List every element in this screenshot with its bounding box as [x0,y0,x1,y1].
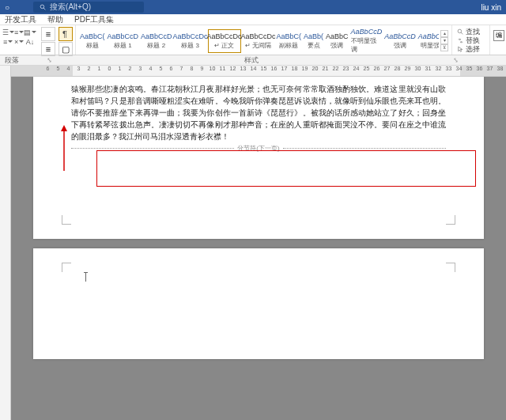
sort-icon[interactable]: A↓ [25,37,35,46]
user-name[interactable]: liu xin [481,3,506,12]
style-item-0[interactable]: AaBbC(标题 [79,29,106,53]
search-box[interactable]: 搜索(Alt+Q) [33,2,144,13]
style-item-5[interactable]: AaBbCcDc↵ 无间隔 [242,29,275,53]
select-icon [457,46,464,53]
svg-point-3 [458,29,462,33]
gallery-up-icon[interactable]: ▴ [440,30,448,37]
style-item-3[interactable]: AaBbCcDc标题 3 [174,29,207,53]
styles-dialog-launcher[interactable]: ⤡ [451,56,459,64]
vertical-ruler[interactable] [0,66,11,420]
annotation-red-box [96,150,476,187]
style-item-10[interactable]: AaBbCcD强调 [383,29,417,53]
style-item-7[interactable]: AaBb(要点 [303,29,324,53]
page-1[interactable]: 猿猴那些悲凄的哀鸣。春江花朝秋江月夜那样好光景；也无可奈何常常取酒独酌独饮。难道… [33,77,484,239]
style-item-1[interactable]: AaBbCcD标题 1 [107,29,140,53]
find-icon [457,28,464,36]
numbering-icon[interactable]: ≡ [14,28,24,36]
ribbon-group-labels: 段落 ⤡ 样式 ⤡ [0,55,506,66]
styles-group-label: 样式 [52,55,451,66]
indent-left-icon[interactable]: ≡ [41,27,55,41]
style-item-6[interactable]: AaBbC(副标题 [276,29,303,53]
margin-mark-br [446,215,455,225]
horizontal-ruler[interactable]: 6543210123456789101112131415161718192021… [11,66,506,77]
tab-help[interactable]: 帮助 [47,14,63,25]
gallery-scroll[interactable]: ▴ ▾ ⊻ [440,30,448,51]
style-item-9[interactable]: AaBbCcD不明显强调 [350,29,383,53]
gallery-down-icon[interactable]: ▾ [440,37,448,44]
title-bar: ○ 搜索(Alt+Q) liu xin [0,0,506,14]
pilcrow-icon: ¶ [61,29,70,39]
svg-line-4 [461,32,463,34]
svg-point-0 [40,5,44,9]
paragraph-dialog-launcher[interactable]: ⤡ [44,56,52,64]
gallery-more-icon[interactable]: ⊻ [440,44,448,51]
tab-pdf[interactable]: PDF工具集 [74,14,114,25]
page-scroll[interactable]: 猿猴那些悲凄的哀鸣。春江花朝秋江月夜那样好光景；也无可奈何常常取酒独酌独饮。难道… [11,77,506,420]
margin-mark-bl [62,215,71,225]
svg-line-1 [43,8,45,9]
replace-icon [457,37,464,44]
margin-mark-tr [446,263,455,272]
editor-icon[interactable]: 编 [493,30,504,41]
autosave-icon[interactable]: ○ [5,3,9,12]
multilevel-icon[interactable]: ▤ [25,28,35,36]
align-icon[interactable]: ≡ [3,37,13,46]
text-cursor [85,272,90,282]
paragraph-group-label: 段落 [0,55,44,66]
select-button[interactable]: 选择 [457,45,485,54]
ribbon: ☰ ≡ ▤ ≡ × A↓ ≡ ¶ ≡ [0,25,506,55]
document-area: 6543210123456789101112131415161718192021… [0,66,506,420]
line-spacing-icon[interactable]: ≡ [41,42,55,56]
shading-icon[interactable]: × [14,37,24,46]
styles-gallery[interactable]: AaBbC(标题AaBbCcD标题 1AaBbCcD标题 2AaBbCcDc标题… [79,29,439,53]
bullets-icon[interactable]: ☰ [3,28,13,36]
style-item-2[interactable]: AaBbCcD标题 2 [140,29,173,53]
svg-text:¶: ¶ [62,29,67,39]
style-item-11[interactable]: AaBbCcD明显强调 [417,29,440,53]
ribbon-tabs: 开发工具 帮助 PDF工具集 [0,14,506,25]
style-item-8[interactable]: AaBbC强调 [325,29,349,53]
paragraph-controls: ☰ ≡ ▤ ≡ × A↓ [3,27,35,46]
borders-icon[interactable]: ▢ [59,42,73,56]
page-2[interactable] [33,248,484,359]
style-item-4[interactable]: AaBbCcDc↵ 正文 [208,29,241,53]
body-paragraph[interactable]: 猿猴那些悲凄的哀鸣。春江花朝秋江月夜那样好光景；也无可奈何常常取酒独酌独饮。难道… [71,83,446,142]
search-icon [40,4,47,11]
tab-devtools[interactable]: 开发工具 [5,14,36,25]
search-placeholder: 搜索(Alt+Q) [50,2,91,13]
show-formatting-button[interactable]: ¶ [59,27,73,41]
section-break-marker: 分节符(下一页) [71,144,446,153]
margin-mark-tl [62,263,71,272]
